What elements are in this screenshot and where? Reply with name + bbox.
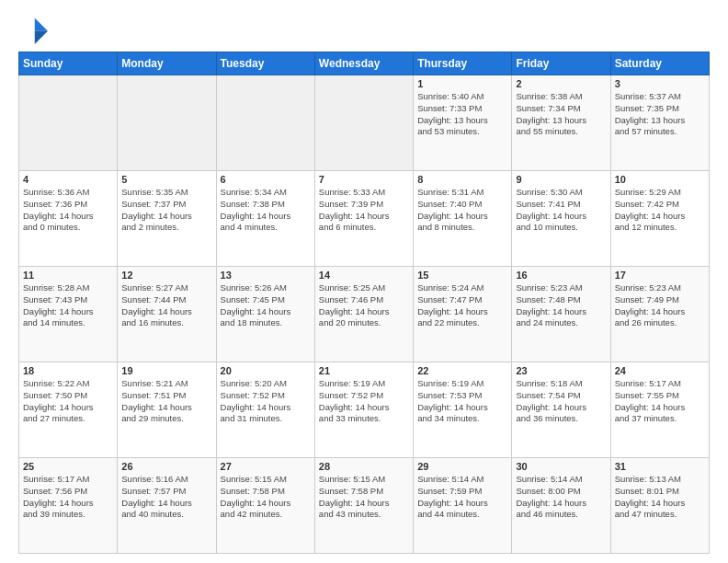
page: SundayMondayTuesdayWednesdayThursdayFrid… — [0, 0, 728, 563]
calendar-cell: 4Sunrise: 5:36 AM Sunset: 7:36 PM Daylig… — [19, 171, 118, 267]
day-number: 21 — [319, 365, 409, 376]
day-info: Sunrise: 5:35 AM Sunset: 7:37 PM Dayligh… — [121, 187, 211, 234]
calendar-cell: 30Sunrise: 5:14 AM Sunset: 8:00 PM Dayli… — [512, 458, 610, 554]
calendar-cell: 17Sunrise: 5:23 AM Sunset: 7:49 PM Dayli… — [610, 267, 709, 362]
calendar-cell: 18Sunrise: 5:22 AM Sunset: 7:50 PM Dayli… — [19, 362, 118, 458]
calendar-cell: 2Sunrise: 5:38 AM Sunset: 7:34 PM Daylig… — [512, 75, 610, 171]
day-number: 14 — [319, 270, 409, 281]
day-info: Sunrise: 5:36 AM Sunset: 7:36 PM Dayligh… — [23, 187, 113, 234]
day-info: Sunrise: 5:29 AM Sunset: 7:42 PM Dayligh… — [615, 187, 705, 234]
calendar-week-2: 4Sunrise: 5:36 AM Sunset: 7:36 PM Daylig… — [19, 171, 710, 267]
calendar-week-3: 11Sunrise: 5:28 AM Sunset: 7:43 PM Dayli… — [19, 267, 710, 362]
day-number: 15 — [417, 270, 507, 281]
day-number: 10 — [615, 174, 705, 185]
day-number: 8 — [417, 174, 507, 185]
day-info: Sunrise: 5:38 AM Sunset: 7:34 PM Dayligh… — [516, 91, 606, 138]
day-info: Sunrise: 5:13 AM Sunset: 8:01 PM Dayligh… — [615, 474, 705, 521]
day-info: Sunrise: 5:14 AM Sunset: 7:59 PM Dayligh… — [417, 474, 507, 521]
calendar-cell: 21Sunrise: 5:19 AM Sunset: 7:52 PM Dayli… — [314, 362, 413, 458]
day-info: Sunrise: 5:23 AM Sunset: 7:49 PM Dayligh… — [615, 282, 705, 329]
day-info: Sunrise: 5:21 AM Sunset: 7:51 PM Dayligh… — [121, 378, 211, 425]
calendar-cell: 3Sunrise: 5:37 AM Sunset: 7:35 PM Daylig… — [610, 75, 709, 171]
day-number: 1 — [417, 78, 507, 89]
day-info: Sunrise: 5:23 AM Sunset: 7:48 PM Dayligh… — [516, 282, 606, 329]
day-number: 2 — [516, 78, 606, 89]
day-number: 28 — [319, 461, 409, 472]
svg-marker-1 — [35, 31, 48, 44]
calendar-cell: 27Sunrise: 5:15 AM Sunset: 7:58 PM Dayli… — [216, 458, 314, 554]
calendar-week-4: 18Sunrise: 5:22 AM Sunset: 7:50 PM Dayli… — [19, 362, 710, 458]
calendar-cell: 19Sunrise: 5:21 AM Sunset: 7:51 PM Dayli… — [118, 362, 216, 458]
day-number: 23 — [516, 365, 606, 376]
calendar-cell: 31Sunrise: 5:13 AM Sunset: 8:01 PM Dayli… — [610, 458, 709, 554]
day-info: Sunrise: 5:16 AM Sunset: 7:57 PM Dayligh… — [121, 474, 211, 521]
calendar-cell — [216, 75, 314, 171]
day-number: 20 — [221, 365, 311, 376]
day-info: Sunrise: 5:25 AM Sunset: 7:46 PM Dayligh… — [319, 282, 409, 329]
calendar-cell: 14Sunrise: 5:25 AM Sunset: 7:46 PM Dayli… — [314, 267, 413, 362]
day-number: 11 — [23, 270, 113, 281]
day-number: 31 — [615, 461, 705, 472]
day-info: Sunrise: 5:19 AM Sunset: 7:52 PM Dayligh… — [319, 378, 409, 425]
calendar-cell: 13Sunrise: 5:26 AM Sunset: 7:45 PM Dayli… — [216, 267, 314, 362]
calendar-cell: 12Sunrise: 5:27 AM Sunset: 7:44 PM Dayli… — [118, 267, 216, 362]
calendar-header-saturday: Saturday — [610, 52, 709, 75]
calendar-cell: 28Sunrise: 5:15 AM Sunset: 7:58 PM Dayli… — [314, 458, 413, 554]
day-info: Sunrise: 5:19 AM Sunset: 7:53 PM Dayligh… — [417, 378, 507, 425]
calendar-cell: 26Sunrise: 5:16 AM Sunset: 7:57 PM Dayli… — [118, 458, 216, 554]
day-number: 13 — [221, 270, 311, 281]
calendar-table: SundayMondayTuesdayWednesdayThursdayFrid… — [18, 52, 710, 554]
calendar-cell: 5Sunrise: 5:35 AM Sunset: 7:37 PM Daylig… — [118, 171, 216, 267]
calendar-cell: 15Sunrise: 5:24 AM Sunset: 7:47 PM Dayli… — [414, 267, 512, 362]
day-info: Sunrise: 5:18 AM Sunset: 7:54 PM Dayligh… — [516, 378, 606, 425]
calendar-header-sunday: Sunday — [19, 52, 118, 75]
day-info: Sunrise: 5:15 AM Sunset: 7:58 PM Dayligh… — [319, 474, 409, 521]
day-number: 16 — [516, 270, 606, 281]
calendar-cell — [118, 75, 216, 171]
day-info: Sunrise: 5:34 AM Sunset: 7:38 PM Dayligh… — [221, 187, 311, 234]
day-info: Sunrise: 5:27 AM Sunset: 7:44 PM Dayligh… — [121, 282, 211, 329]
calendar-header-tuesday: Tuesday — [216, 52, 314, 75]
day-number: 25 — [23, 461, 113, 472]
calendar-cell: 29Sunrise: 5:14 AM Sunset: 7:59 PM Dayli… — [414, 458, 512, 554]
day-number: 3 — [615, 78, 705, 89]
calendar-cell: 11Sunrise: 5:28 AM Sunset: 7:43 PM Dayli… — [19, 267, 118, 362]
day-info: Sunrise: 5:14 AM Sunset: 8:00 PM Dayligh… — [516, 474, 606, 521]
calendar-header-row: SundayMondayTuesdayWednesdayThursdayFrid… — [19, 52, 710, 75]
day-number: 9 — [516, 174, 606, 185]
day-number: 22 — [417, 365, 507, 376]
day-info: Sunrise: 5:31 AM Sunset: 7:40 PM Dayligh… — [417, 187, 507, 234]
calendar-header-monday: Monday — [118, 52, 216, 75]
day-info: Sunrise: 5:33 AM Sunset: 7:39 PM Dayligh… — [319, 187, 409, 234]
day-number: 29 — [417, 461, 507, 472]
calendar-cell: 24Sunrise: 5:17 AM Sunset: 7:55 PM Dayli… — [610, 362, 709, 458]
calendar-week-1: 1Sunrise: 5:40 AM Sunset: 7:33 PM Daylig… — [19, 75, 710, 171]
day-info: Sunrise: 5:28 AM Sunset: 7:43 PM Dayligh… — [23, 282, 113, 329]
day-info: Sunrise: 5:40 AM Sunset: 7:33 PM Dayligh… — [417, 91, 507, 138]
calendar-cell: 6Sunrise: 5:34 AM Sunset: 7:38 PM Daylig… — [216, 171, 314, 267]
calendar-cell: 10Sunrise: 5:29 AM Sunset: 7:42 PM Dayli… — [610, 171, 709, 267]
calendar-cell — [314, 75, 413, 171]
calendar-cell: 1Sunrise: 5:40 AM Sunset: 7:33 PM Daylig… — [414, 75, 512, 171]
calendar-week-5: 25Sunrise: 5:17 AM Sunset: 7:56 PM Dayli… — [19, 458, 710, 554]
day-number: 19 — [121, 365, 211, 376]
day-info: Sunrise: 5:30 AM Sunset: 7:41 PM Dayligh… — [516, 187, 606, 234]
day-number: 26 — [121, 461, 211, 472]
day-number: 24 — [615, 365, 705, 376]
svg-marker-0 — [35, 18, 48, 31]
day-info: Sunrise: 5:17 AM Sunset: 7:55 PM Dayligh… — [615, 378, 705, 425]
day-info: Sunrise: 5:24 AM Sunset: 7:47 PM Dayligh… — [417, 282, 507, 329]
calendar-cell: 25Sunrise: 5:17 AM Sunset: 7:56 PM Dayli… — [19, 458, 118, 554]
calendar-cell: 22Sunrise: 5:19 AM Sunset: 7:53 PM Dayli… — [414, 362, 512, 458]
calendar-cell — [19, 75, 118, 171]
day-number: 7 — [319, 174, 409, 185]
calendar-cell: 16Sunrise: 5:23 AM Sunset: 7:48 PM Dayli… — [512, 267, 610, 362]
calendar-cell: 9Sunrise: 5:30 AM Sunset: 7:41 PM Daylig… — [512, 171, 610, 267]
calendar-header-wednesday: Wednesday — [314, 52, 413, 75]
logo-icon — [18, 15, 48, 44]
day-number: 30 — [516, 461, 606, 472]
day-info: Sunrise: 5:20 AM Sunset: 7:52 PM Dayligh… — [221, 378, 311, 425]
day-info: Sunrise: 5:22 AM Sunset: 7:50 PM Dayligh… — [23, 378, 113, 425]
day-number: 27 — [221, 461, 311, 472]
day-number: 5 — [121, 174, 211, 185]
